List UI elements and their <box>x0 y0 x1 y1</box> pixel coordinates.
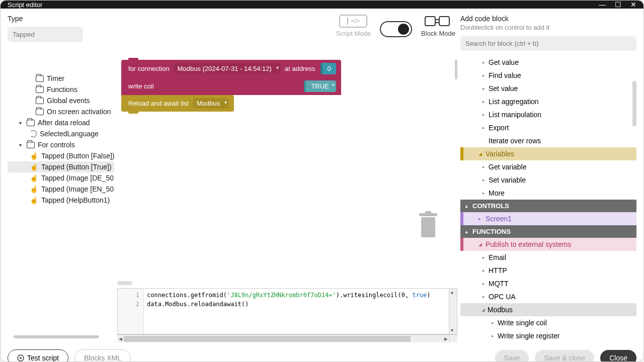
folder-icon <box>36 75 44 82</box>
code-v-scrollbar[interactable]: ▲▼ <box>449 289 457 334</box>
coil-value-dropdown[interactable]: TRUE <box>304 80 336 92</box>
tree-item[interactable]: ☝Tapped (Image [DE_50.p <box>8 172 114 184</box>
tree-item[interactable]: Global events <box>8 95 114 106</box>
palette-item[interactable]: ▴CONTROLS <box>460 200 636 212</box>
titlebar: Script editor — ☐ ✕ <box>1 1 643 9</box>
folder-icon <box>36 86 44 93</box>
maximize-icon[interactable]: ☐ <box>615 1 621 9</box>
tree-item[interactable]: Functions <box>8 84 114 95</box>
palette-item[interactable]: ◢Publish to external systems <box>460 238 636 251</box>
window-title: Script editor <box>8 1 599 9</box>
svg-rect-0 <box>425 17 435 26</box>
palette-item[interactable]: ▸OPC UA <box>460 290 636 303</box>
tap-icon: ☝ <box>30 196 38 204</box>
save-button[interactable]: Save <box>495 350 529 362</box>
block-write-coil[interactable]: write coil TRUE <box>121 77 341 95</box>
script-mode-label: Script Mode <box>336 30 371 37</box>
connection-dropdown[interactable]: Modbus (2024-07-31 - 14:54:12) <box>174 63 281 74</box>
palette-item[interactable]: ▸MQTT <box>460 277 636 290</box>
code-editor[interactable]: 1 2 connections.getfromid('J8L9n/gRsYtZH… <box>117 288 457 334</box>
palette-item[interactable]: ▸Get value <box>460 56 636 69</box>
palette-item[interactable]: ◢Modbus <box>460 303 636 316</box>
svg-rect-4 <box>425 211 431 213</box>
tree-item[interactable]: ☝Tapped (HelpButton1) <box>8 195 114 206</box>
folder-icon <box>27 142 35 148</box>
close-button[interactable]: Close <box>600 350 636 362</box>
palette-item[interactable]: ▸List aggregation <box>460 95 636 108</box>
block-for-connection[interactable]: for connection Modbus (2024-07-31 - 14:5… <box>121 60 341 77</box>
add-block-title: Add code block <box>460 15 636 23</box>
palette-item[interactable]: ▸Find value <box>460 69 636 82</box>
block-reload-await[interactable]: Reload and await list Modbus <box>121 95 234 112</box>
trash-icon[interactable] <box>418 211 438 239</box>
palette-item[interactable]: ▸Set variable <box>460 173 636 187</box>
blocks-xml-button[interactable]: Blocks XML <box>74 349 131 362</box>
code-gutter: 1 2 <box>118 289 144 334</box>
tree-item[interactable]: ☝Tapped (Button [False]) <box>8 150 114 161</box>
test-script-button[interactable]: Test script <box>8 349 68 362</box>
canvas-h-scroll[interactable] <box>117 281 132 285</box>
type-input[interactable] <box>8 27 83 42</box>
block-mode-icon <box>425 15 452 28</box>
palette-item[interactable]: ▸Write single coil <box>460 316 636 329</box>
palette-item[interactable]: ▸More <box>460 187 636 200</box>
tap-icon: ☝ <box>30 163 38 171</box>
block-canvas[interactable]: for connection Modbus (2024-07-31 - 14:5… <box>117 56 457 279</box>
palette-item[interactable]: ▸Write single register <box>460 329 636 342</box>
palette-item[interactable]: ▴FUNCTIONS <box>460 225 636 238</box>
palette-item[interactable]: ▸HTTP <box>460 264 636 277</box>
event-tree: TimerFunctionsGlobal eventsOn screen act… <box>8 56 114 342</box>
minimize-icon[interactable]: — <box>599 1 606 9</box>
mode-toggle[interactable] <box>380 21 412 37</box>
close-icon[interactable]: ✕ <box>630 1 636 9</box>
tap-icon: ☝ <box>30 174 38 182</box>
folder-icon <box>36 98 44 104</box>
tree-item[interactable]: SelectedLanguage <box>8 128 114 139</box>
play-icon <box>17 354 24 361</box>
type-label: Type <box>8 15 114 23</box>
script-mode-icon: </> <box>339 15 367 28</box>
palette-item[interactable]: Iterate over rows <box>460 134 636 147</box>
svg-rect-2 <box>421 217 435 237</box>
palette-item[interactable]: ▸Get variable <box>460 160 636 173</box>
canvas-scrollbar[interactable] <box>455 59 457 79</box>
palette-item[interactable]: ▸List manipulation <box>460 108 636 121</box>
svg-rect-3 <box>419 213 437 216</box>
reload-target-dropdown[interactable]: Modbus <box>193 98 229 109</box>
palette-item[interactable]: ▸Export <box>460 121 636 134</box>
block-palette: ▸Get value▸Find value▸Set value▸List agg… <box>460 56 636 342</box>
tree-h-scroll[interactable] <box>14 335 99 338</box>
address-value[interactable]: 0 <box>320 63 336 74</box>
tree-item[interactable]: ☝Tapped (Button [True]) <box>8 161 114 172</box>
tree-item[interactable]: ▾For controls <box>8 139 114 150</box>
tap-icon: ☝ <box>30 152 38 160</box>
palette-item[interactable]: ▸Set value <box>460 82 636 95</box>
palette-item[interactable]: ◢Variables <box>460 147 636 160</box>
tree-item[interactable]: Timer <box>8 73 114 84</box>
palette-item[interactable]: ▸Email <box>460 251 636 264</box>
block-mode-label: Block Mode <box>421 30 455 37</box>
folder-icon <box>27 120 35 126</box>
save-close-button[interactable]: Save & close <box>535 350 594 362</box>
tree-item[interactable]: On screen activation <box>8 106 114 117</box>
tree-item[interactable]: ☝Tapped (Image [EN_50.p <box>8 184 114 195</box>
svg-rect-1 <box>439 17 449 26</box>
tap-icon: ☝ <box>30 185 38 193</box>
tree-item[interactable]: ▾After data reload <box>8 117 114 128</box>
search-input[interactable] <box>460 36 636 51</box>
palette-item[interactable]: ▸Screen1 <box>460 212 636 225</box>
code-h-scrollbar[interactable]: ◀▶ <box>117 334 457 342</box>
reload-icon <box>30 130 37 137</box>
folder-icon <box>36 109 44 115</box>
add-block-hint: Doubleclick on control to add it <box>460 24 636 31</box>
